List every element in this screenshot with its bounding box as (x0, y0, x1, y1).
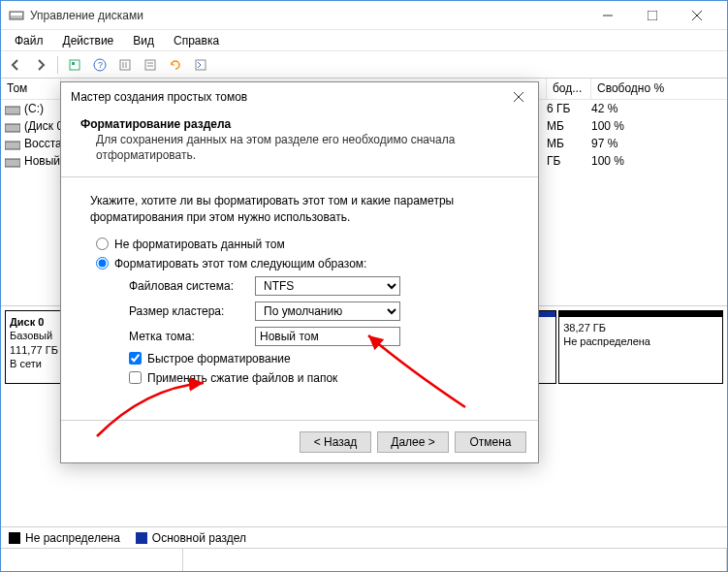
menu-action[interactable]: Действие (53, 32, 124, 49)
back-icon[interactable] (5, 54, 26, 76)
volume-icon (5, 138, 20, 149)
volume-icon (5, 120, 20, 132)
dialog-prompt: Укажите, хотите ли вы форматировать этот… (90, 193, 509, 226)
quick-format-checkbox[interactable] (129, 352, 142, 365)
dialog-heading: Форматирование раздела (80, 117, 519, 131)
cluster-label: Размер кластера: (129, 304, 255, 318)
disk-size: 111,77 ГБ (10, 344, 58, 356)
dialog-titlebar: Мастер создания простых томов (61, 82, 538, 111)
svg-rect-20 (5, 159, 20, 167)
toolbar-icon-2[interactable] (114, 54, 136, 76)
menu-view[interactable]: Вид (123, 32, 164, 49)
menubar: Файл Действие Вид Справка (1, 30, 727, 51)
menu-help[interactable]: Справка (164, 32, 229, 49)
dialog-body: Укажите, хотите ли вы форматировать этот… (61, 177, 538, 420)
toolbar-icon-1[interactable] (64, 54, 85, 76)
volume-icon (5, 155, 20, 167)
legend-swatch-black (9, 532, 20, 544)
col-free[interactable]: Свободно % (591, 79, 727, 99)
vol-cap: 6 ГБ (547, 102, 591, 115)
legend: Не распределена Основной раздел (1, 526, 727, 548)
volume-icon (5, 103, 20, 114)
disk-label[interactable]: Диск 0 Базовый 111,77 ГБ В сети (5, 310, 65, 384)
svg-rect-3 (648, 11, 657, 20)
legend-label: Основной раздел (152, 531, 246, 545)
radio-label: Форматировать этот том следующим образом… (114, 257, 366, 270)
part-size: 38,27 ГБ (563, 322, 606, 334)
radio-no-format[interactable]: Не форматировать данный том (96, 238, 509, 251)
cluster-select[interactable]: По умолчанию (255, 302, 400, 321)
filesystem-select[interactable]: NTFS (255, 276, 400, 296)
volume-label-row: Метка тома: (129, 327, 509, 346)
help-icon[interactable]: ? (89, 54, 111, 76)
app-icon (9, 8, 24, 23)
window-title: Управление дисками (30, 9, 586, 22)
legend-unallocated: Не распределена (9, 531, 120, 545)
dialog-title: Мастер создания простых томов (71, 90, 247, 104)
titlebar: Управление дисками (1, 1, 727, 30)
part-status: Не распределена (563, 335, 650, 347)
menu-file[interactable]: Файл (5, 32, 53, 49)
refresh-icon[interactable] (165, 54, 186, 76)
compression-checkbox[interactable] (129, 371, 142, 384)
radio-format[interactable]: Форматировать этот том следующим образом… (96, 257, 509, 270)
dialog-footer: < Назад Далее > Отмена (61, 420, 538, 462)
maximize-button[interactable] (630, 1, 675, 30)
vol-free: 100 % (591, 154, 727, 168)
checkbox-label: Быстрое форматирование (147, 352, 291, 365)
volume-label-input[interactable] (255, 327, 400, 346)
vol-label-label: Метка тома: (129, 330, 255, 343)
vol-cap: МБ (547, 119, 591, 133)
minimize-button[interactable] (586, 1, 630, 30)
svg-rect-13 (145, 60, 155, 70)
next-button[interactable]: Далее > (377, 431, 449, 453)
toolbar-icon-4[interactable] (190, 54, 211, 76)
svg-rect-18 (5, 124, 20, 132)
compression-row[interactable]: Применять сжатие файлов и папок (129, 371, 509, 385)
window-controls (586, 1, 719, 30)
partition-unallocated[interactable]: 38,27 ГБ Не распределена (558, 310, 723, 384)
legend-primary: Основной раздел (136, 531, 246, 545)
svg-rect-10 (120, 60, 130, 70)
svg-rect-1 (11, 13, 22, 16)
svg-rect-19 (5, 142, 20, 149)
dialog-header: Форматирование раздела Для сохранения да… (61, 111, 538, 177)
dialog-subheading: Для сохранения данных на этом разделе ег… (96, 133, 519, 163)
svg-rect-17 (5, 107, 20, 114)
col-capacity[interactable]: бод... (547, 79, 591, 99)
radio-format-input[interactable] (96, 257, 109, 270)
svg-rect-7 (72, 62, 75, 65)
vol-free: 42 % (591, 102, 727, 115)
disk-type: Базовый (10, 330, 52, 341)
radio-no-format-input[interactable] (96, 238, 109, 250)
filesystem-row: Файловая система: NTFS (129, 276, 509, 296)
svg-text:?: ? (98, 60, 103, 70)
legend-label: Не распределена (25, 531, 120, 545)
cluster-row: Размер кластера: По умолчанию (129, 302, 509, 321)
close-button[interactable] (675, 1, 719, 30)
radio-label: Не форматировать данный том (114, 238, 285, 251)
cancel-button[interactable]: Отмена (455, 431, 526, 453)
legend-swatch-blue (136, 532, 147, 544)
vol-free: 100 % (591, 119, 727, 133)
back-button[interactable]: < Назад (300, 431, 371, 453)
fs-label: Файловая система: (129, 279, 255, 293)
vol-cap: ГБ (547, 154, 591, 168)
toolbar: ? (1, 51, 727, 79)
disk-status: В сети (10, 358, 42, 369)
checkbox-label: Применять сжатие файлов и папок (147, 371, 337, 385)
quick-format-row[interactable]: Быстрое форматирование (129, 352, 509, 365)
vol-cap: МБ (547, 137, 591, 150)
col-name[interactable]: Том (1, 79, 61, 99)
disk-name: Диск 0 (10, 316, 44, 328)
dialog-close-button[interactable] (509, 87, 528, 107)
wizard-dialog: Мастер создания простых томов Форматиров… (60, 81, 539, 463)
statusbar (1, 548, 727, 571)
toolbar-icon-3[interactable] (140, 54, 161, 76)
forward-icon[interactable] (30, 54, 51, 76)
toolbar-separator (57, 56, 58, 74)
vol-free: 97 % (591, 137, 727, 150)
